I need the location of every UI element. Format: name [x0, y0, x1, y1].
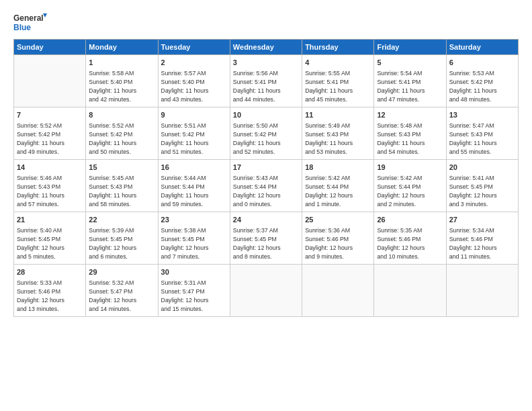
day-number: 24 [233, 215, 299, 225]
day-info: Sunrise: 5:49 AM Sunset: 5:43 PM Dayligh… [305, 122, 371, 156]
day-info: Sunrise: 5:42 AM Sunset: 5:44 PM Dayligh… [377, 174, 443, 208]
day-number: 22 [89, 215, 154, 225]
day-number: 5 [377, 58, 443, 68]
weekday-header-monday: Monday [86, 40, 158, 55]
day-info: Sunrise: 5:47 AM Sunset: 5:43 PM Dayligh… [449, 122, 515, 156]
calendar-cell: 12Sunrise: 5:48 AM Sunset: 5:43 PM Dayli… [374, 107, 446, 160]
day-info: Sunrise: 5:42 AM Sunset: 5:44 PM Dayligh… [305, 174, 371, 208]
day-number: 2 [161, 58, 227, 68]
day-number: 30 [161, 267, 227, 277]
calendar-cell: 16Sunrise: 5:44 AM Sunset: 5:44 PM Dayli… [158, 160, 230, 212]
calendar-cell: 8Sunrise: 5:52 AM Sunset: 5:42 PM Daylig… [86, 107, 158, 160]
day-info: Sunrise: 5:52 AM Sunset: 5:42 PM Dayligh… [17, 122, 83, 156]
day-number: 6 [449, 58, 515, 68]
day-info: Sunrise: 5:35 AM Sunset: 5:46 PM Dayligh… [377, 226, 443, 261]
calendar-cell [230, 265, 302, 317]
calendar-cell: 14Sunrise: 5:46 AM Sunset: 5:43 PM Dayli… [14, 160, 86, 212]
logo: General Blue [13, 12, 47, 32]
day-number: 15 [89, 163, 154, 173]
calendar-cell: 30Sunrise: 5:31 AM Sunset: 5:47 PM Dayli… [158, 265, 230, 317]
calendar-cell [302, 265, 374, 317]
calendar-cell: 19Sunrise: 5:42 AM Sunset: 5:44 PM Dayli… [374, 160, 446, 212]
logo-svg: General Blue [13, 12, 47, 32]
day-info: Sunrise: 5:38 AM Sunset: 5:45 PM Dayligh… [161, 226, 227, 261]
svg-text:Blue: Blue [13, 23, 31, 32]
calendar-cell: 15Sunrise: 5:45 AM Sunset: 5:43 PM Dayli… [86, 160, 158, 212]
day-info: Sunrise: 5:56 AM Sunset: 5:41 PM Dayligh… [233, 69, 299, 103]
calendar-cell: 24Sunrise: 5:37 AM Sunset: 5:45 PM Dayli… [230, 212, 302, 265]
calendar-cell: 9Sunrise: 5:51 AM Sunset: 5:42 PM Daylig… [158, 107, 230, 160]
calendar-cell: 17Sunrise: 5:43 AM Sunset: 5:44 PM Dayli… [230, 160, 302, 212]
weekday-header-thursday: Thursday [302, 40, 374, 55]
day-number: 12 [377, 110, 443, 120]
day-info: Sunrise: 5:36 AM Sunset: 5:46 PM Dayligh… [305, 226, 371, 261]
day-number: 16 [161, 163, 227, 173]
page-header: General Blue [13, 12, 519, 32]
weekday-header-saturday: Saturday [446, 40, 518, 55]
calendar-cell: 7Sunrise: 5:52 AM Sunset: 5:42 PM Daylig… [14, 107, 86, 160]
calendar-cell: 13Sunrise: 5:47 AM Sunset: 5:43 PM Dayli… [446, 107, 518, 160]
day-info: Sunrise: 5:55 AM Sunset: 5:41 PM Dayligh… [305, 69, 371, 103]
calendar-cell [446, 265, 518, 317]
day-number: 21 [17, 215, 83, 225]
day-info: Sunrise: 5:46 AM Sunset: 5:43 PM Dayligh… [17, 174, 83, 208]
day-number: 17 [233, 163, 299, 173]
day-info: Sunrise: 5:39 AM Sunset: 5:45 PM Dayligh… [89, 226, 154, 261]
day-info: Sunrise: 5:33 AM Sunset: 5:46 PM Dayligh… [17, 279, 83, 313]
day-info: Sunrise: 5:40 AM Sunset: 5:45 PM Dayligh… [17, 226, 83, 261]
day-info: Sunrise: 5:43 AM Sunset: 5:44 PM Dayligh… [233, 174, 299, 208]
calendar-cell [374, 265, 446, 317]
day-number: 10 [233, 110, 299, 120]
day-number: 13 [449, 110, 515, 120]
day-info: Sunrise: 5:41 AM Sunset: 5:45 PM Dayligh… [449, 174, 515, 208]
day-number: 25 [305, 215, 371, 225]
day-info: Sunrise: 5:31 AM Sunset: 5:47 PM Dayligh… [161, 279, 227, 313]
day-number: 20 [449, 163, 515, 173]
calendar-cell: 27Sunrise: 5:34 AM Sunset: 5:46 PM Dayli… [446, 212, 518, 265]
calendar-cell: 10Sunrise: 5:50 AM Sunset: 5:42 PM Dayli… [230, 107, 302, 160]
day-number: 19 [377, 163, 443, 173]
day-number: 1 [89, 58, 154, 68]
day-number: 11 [305, 110, 371, 120]
day-info: Sunrise: 5:44 AM Sunset: 5:44 PM Dayligh… [161, 174, 227, 208]
calendar-cell: 20Sunrise: 5:41 AM Sunset: 5:45 PM Dayli… [446, 160, 518, 212]
calendar-cell: 2Sunrise: 5:57 AM Sunset: 5:40 PM Daylig… [158, 55, 230, 107]
calendar-cell: 22Sunrise: 5:39 AM Sunset: 5:45 PM Dayli… [86, 212, 158, 265]
calendar-cell: 25Sunrise: 5:36 AM Sunset: 5:46 PM Dayli… [302, 212, 374, 265]
day-number: 18 [305, 163, 371, 173]
day-info: Sunrise: 5:54 AM Sunset: 5:41 PM Dayligh… [377, 69, 443, 103]
day-number: 7 [17, 110, 83, 120]
calendar-cell: 4Sunrise: 5:55 AM Sunset: 5:41 PM Daylig… [302, 55, 374, 107]
day-info: Sunrise: 5:48 AM Sunset: 5:43 PM Dayligh… [377, 122, 443, 156]
calendar-cell: 28Sunrise: 5:33 AM Sunset: 5:46 PM Dayli… [14, 265, 86, 317]
day-info: Sunrise: 5:45 AM Sunset: 5:43 PM Dayligh… [89, 174, 154, 208]
day-number: 4 [305, 58, 371, 68]
calendar-cell: 3Sunrise: 5:56 AM Sunset: 5:41 PM Daylig… [230, 55, 302, 107]
calendar-cell: 18Sunrise: 5:42 AM Sunset: 5:44 PM Dayli… [302, 160, 374, 212]
calendar-cell: 1Sunrise: 5:58 AM Sunset: 5:40 PM Daylig… [86, 55, 158, 107]
day-number: 28 [17, 267, 83, 277]
weekday-header-tuesday: Tuesday [158, 40, 230, 55]
calendar-cell: 6Sunrise: 5:53 AM Sunset: 5:42 PM Daylig… [446, 55, 518, 107]
day-info: Sunrise: 5:51 AM Sunset: 5:42 PM Dayligh… [161, 122, 227, 156]
day-number: 26 [377, 215, 443, 225]
calendar-cell: 21Sunrise: 5:40 AM Sunset: 5:45 PM Dayli… [14, 212, 86, 265]
day-number: 14 [17, 163, 83, 173]
calendar-cell: 5Sunrise: 5:54 AM Sunset: 5:41 PM Daylig… [374, 55, 446, 107]
day-info: Sunrise: 5:50 AM Sunset: 5:42 PM Dayligh… [233, 122, 299, 156]
weekday-header-friday: Friday [374, 40, 446, 55]
calendar-cell: 23Sunrise: 5:38 AM Sunset: 5:45 PM Dayli… [158, 212, 230, 265]
calendar-cell: 11Sunrise: 5:49 AM Sunset: 5:43 PM Dayli… [302, 107, 374, 160]
weekday-header-wednesday: Wednesday [230, 40, 302, 55]
day-info: Sunrise: 5:57 AM Sunset: 5:40 PM Dayligh… [161, 69, 227, 103]
day-info: Sunrise: 5:34 AM Sunset: 5:46 PM Dayligh… [449, 226, 515, 261]
day-number: 8 [89, 110, 154, 120]
day-info: Sunrise: 5:53 AM Sunset: 5:42 PM Dayligh… [449, 69, 515, 103]
day-info: Sunrise: 5:32 AM Sunset: 5:47 PM Dayligh… [89, 279, 154, 313]
svg-text:General: General [13, 13, 44, 23]
day-number: 9 [161, 110, 227, 120]
day-info: Sunrise: 5:58 AM Sunset: 5:40 PM Dayligh… [89, 69, 154, 103]
svg-marker-2 [43, 13, 47, 17]
day-number: 27 [449, 215, 515, 225]
calendar-table: SundayMondayTuesdayWednesdayThursdayFrid… [13, 39, 519, 317]
